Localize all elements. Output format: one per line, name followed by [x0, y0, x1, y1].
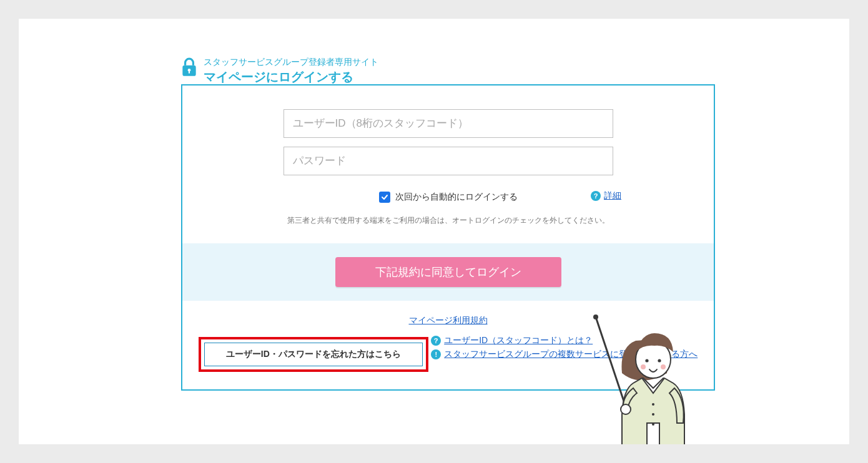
auto-login-label: 次回から自動的にログインする	[395, 192, 518, 203]
shared-terminal-note: 第三者と共有で使用する端末をご利用の場合は、オートログインのチェックを外してくだ…	[207, 215, 689, 226]
header-subtitle: スタッフサービスグループ登録者専用サイト	[204, 56, 378, 69]
checkmark-icon	[381, 193, 388, 201]
tos-link[interactable]: マイページ利用規約	[409, 315, 488, 325]
question-icon: ?	[431, 336, 441, 346]
svg-line-3	[596, 317, 626, 407]
info-icon: !	[431, 349, 441, 359]
svg-point-4	[593, 314, 598, 319]
woman-pointer-illustration	[589, 311, 702, 444]
login-button-band: 下記規約に同意してログイン	[182, 243, 714, 301]
question-icon: ?	[591, 191, 601, 201]
userid-input[interactable]	[284, 109, 613, 138]
svg-point-13	[652, 423, 654, 426]
svg-point-7	[658, 359, 661, 362]
login-button[interactable]: 下記規約に同意してログイン	[335, 257, 561, 287]
svg-point-11	[652, 403, 654, 406]
header-title: マイページにログインする	[204, 69, 378, 85]
auto-login-checkbox[interactable]	[379, 192, 390, 203]
svg-point-9	[661, 364, 666, 369]
what-is-userid-link[interactable]: ユーザーID（スタッフコード）とは？	[444, 335, 593, 346]
svg-point-12	[652, 413, 654, 416]
svg-point-8	[641, 364, 646, 369]
forgot-credentials-button[interactable]: ユーザーID・パスワードを忘れた方はこちら	[204, 343, 423, 366]
forgot-highlight-frame: ユーザーID・パスワードを忘れた方はこちら	[199, 337, 428, 372]
svg-rect-2	[189, 71, 190, 73]
detail-link[interactable]: 詳細	[604, 190, 621, 202]
password-input[interactable]	[284, 147, 613, 175]
page-header: スタッフサービスグループ登録者専用サイト マイページにログインする	[181, 56, 378, 85]
svg-point-10	[621, 404, 631, 414]
svg-point-6	[645, 359, 648, 362]
lock-icon	[181, 57, 197, 77]
auto-login-row: 次回から自動的にログインする ? 詳細	[207, 190, 689, 204]
